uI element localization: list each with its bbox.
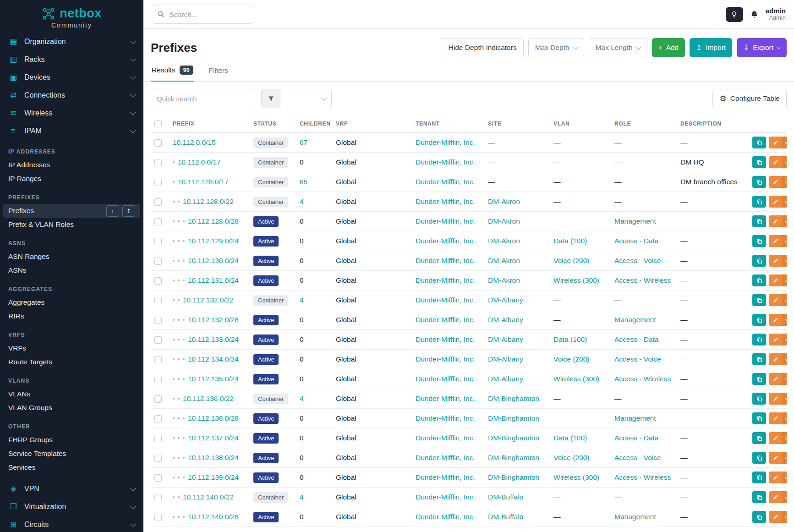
tenant-link[interactable]: Dunder-Mifflin, Inc. (416, 493, 475, 501)
column-header-prefix[interactable]: PREFIX (169, 115, 250, 133)
sidebar-item-wireless[interactable]: ≋Wireless (0, 104, 143, 122)
edit-button[interactable] (769, 511, 782, 523)
tenant-link[interactable]: Dunder-Mifflin, Inc. (416, 257, 475, 264)
sidebar-item-asn-ranges[interactable]: ASN Ranges (0, 250, 143, 263)
children-count-link[interactable]: 67 (300, 138, 307, 146)
copy-button[interactable] (752, 314, 766, 326)
prefix-link[interactable]: 10.112.140.0/22 (183, 493, 234, 501)
tenant-link[interactable]: Dunder-Mifflin, Inc. (416, 375, 475, 383)
site-link[interactable]: DM-Akron (488, 217, 520, 225)
vlan-link[interactable]: Data (100) (553, 237, 587, 245)
row-checkbox[interactable] (154, 179, 162, 186)
edit-dropdown-caret[interactable] (782, 255, 787, 267)
copy-button[interactable] (752, 176, 766, 188)
site-link[interactable]: DM-Akron (488, 276, 520, 284)
column-header-status[interactable]: STATUS (250, 115, 296, 133)
tab-results[interactable]: Results 90 (151, 66, 194, 82)
site-link[interactable]: DM-Akron (488, 257, 520, 264)
site-link[interactable]: DM-Binghamton (488, 395, 539, 402)
edit-button[interactable] (769, 156, 782, 168)
tenant-link[interactable]: Dunder-Mifflin, Inc. (416, 454, 475, 461)
prefix-link[interactable]: 10.112.132.0/22 (183, 296, 234, 304)
copy-button[interactable] (752, 156, 766, 168)
tab-filters[interactable]: Filters (208, 66, 229, 81)
prefix-link[interactable]: 10.112.134.0/24 (188, 355, 239, 363)
prefix-link[interactable]: 10.112.138.0/24 (188, 454, 239, 461)
row-checkbox[interactable] (154, 415, 162, 422)
import-button[interactable]: ↥Import (690, 38, 732, 57)
copy-button[interactable] (752, 412, 766, 424)
row-checkbox[interactable] (154, 277, 162, 285)
vlan-link[interactable]: Voice (200) (553, 355, 589, 363)
copy-button[interactable] (752, 491, 766, 503)
site-link[interactable]: DM-Albany (488, 375, 523, 383)
tenant-link[interactable]: Dunder-Mifflin, Inc. (416, 316, 475, 324)
children-count-link[interactable]: 65 (300, 178, 307, 186)
vlan-link[interactable]: Voice (200) (553, 454, 589, 461)
sidebar-item-circuits[interactable]: ⊞Circuits (0, 516, 143, 532)
edit-dropdown-caret[interactable] (782, 334, 787, 346)
row-checkbox[interactable] (154, 159, 162, 166)
edit-dropdown-caret[interactable] (782, 452, 787, 464)
edit-dropdown-caret[interactable] (782, 235, 787, 247)
sidebar-item-rirs[interactable]: RIRs (0, 309, 143, 323)
copy-button[interactable] (752, 137, 766, 148)
filter-button[interactable] (261, 89, 280, 108)
site-link[interactable]: DM-Buffalo (488, 513, 523, 521)
role-link[interactable]: Access - Data (614, 237, 658, 245)
row-checkbox[interactable] (154, 258, 162, 265)
role-link[interactable]: Management (614, 316, 656, 324)
site-link[interactable]: DM-Akron (488, 197, 520, 205)
site-link[interactable]: DM-Albany (488, 296, 523, 304)
edit-dropdown-caret[interactable] (782, 156, 787, 168)
prefix-link[interactable]: 10.112.131.0/24 (188, 276, 239, 284)
edit-dropdown-caret[interactable] (782, 393, 787, 405)
role-link[interactable]: Access - Data (614, 335, 658, 343)
row-checkbox[interactable] (154, 198, 162, 206)
vlan-link[interactable]: Voice (200) (553, 257, 589, 264)
site-link[interactable]: DM-Buffalo (488, 493, 523, 501)
prefix-link[interactable]: 10.112.132.0/28 (188, 316, 239, 324)
copy-button[interactable] (752, 373, 766, 385)
tenant-link[interactable]: Dunder-Mifflin, Inc. (416, 197, 475, 205)
row-checkbox[interactable] (154, 139, 162, 147)
user-menu[interactable]: admin Admin (766, 7, 786, 22)
edit-dropdown-caret[interactable] (782, 511, 787, 523)
prefix-link[interactable]: 10.112.0.0/17 (178, 158, 221, 166)
row-checkbox[interactable] (154, 336, 162, 344)
column-header-site[interactable]: SITE (484, 115, 550, 133)
edit-button[interactable] (769, 274, 782, 286)
row-checkbox[interactable] (154, 455, 162, 462)
quick-search-input[interactable] (151, 89, 254, 108)
edit-dropdown-caret[interactable] (782, 294, 787, 306)
edit-button[interactable] (769, 176, 782, 188)
sidebar-item-vlans[interactable]: VLANs (0, 387, 143, 401)
prefix-link[interactable]: 10.112.137.0/24 (188, 434, 239, 442)
edit-button[interactable] (769, 255, 782, 267)
tenant-link[interactable]: Dunder-Mifflin, Inc. (416, 355, 475, 363)
role-link[interactable]: Access - Voice (614, 454, 661, 461)
role-link[interactable]: Access - Wireless (614, 375, 671, 383)
copy-button[interactable] (752, 274, 766, 286)
sidebar-item-virtualization[interactable]: ❐Virtualization (0, 498, 143, 516)
sidebar-item-services[interactable]: Services (0, 461, 143, 474)
children-count-link[interactable]: 4 (300, 493, 304, 501)
copy-button[interactable] (752, 432, 766, 444)
configure-table-button[interactable]: ⚙Configure Table (712, 89, 787, 108)
role-link[interactable]: Access - Wireless (614, 276, 671, 284)
sidebar-item-prefix-vlan-roles[interactable]: Prefix & VLAN Roles (0, 218, 143, 231)
role-link[interactable]: Management (614, 513, 656, 521)
edit-button[interactable] (769, 373, 782, 385)
saved-filter-select[interactable] (280, 89, 332, 108)
copy-button[interactable] (752, 294, 766, 306)
row-checkbox[interactable] (154, 435, 162, 442)
row-checkbox[interactable] (154, 218, 162, 225)
vlan-link[interactable]: Wireless (300) (553, 473, 599, 481)
edit-dropdown-caret[interactable] (782, 215, 787, 227)
prefix-link[interactable]: 10.112.0.0/15 (173, 138, 216, 146)
edit-dropdown-caret[interactable] (782, 412, 787, 424)
edit-dropdown-caret[interactable] (782, 196, 787, 208)
edit-button[interactable] (769, 334, 782, 346)
copy-button[interactable] (752, 353, 766, 365)
copy-button[interactable] (752, 334, 766, 346)
